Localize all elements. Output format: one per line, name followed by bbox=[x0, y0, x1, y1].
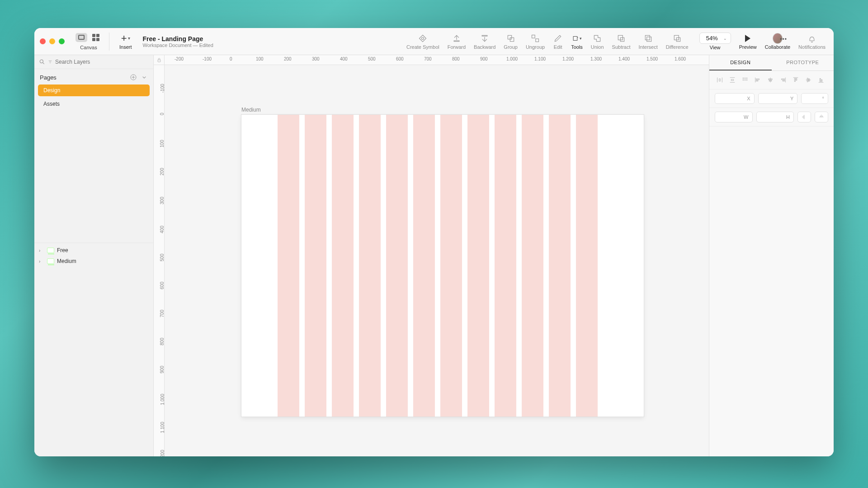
align-center-v-icon[interactable] bbox=[803, 75, 813, 84]
svg-point-20 bbox=[743, 80, 744, 80]
minimize-window-button[interactable] bbox=[49, 38, 55, 44]
canvas-single-view-button[interactable] bbox=[75, 33, 87, 42]
intersect-button[interactable]: Intersect bbox=[636, 33, 660, 50]
search-input[interactable] bbox=[55, 59, 149, 65]
layer-row-free[interactable]: › Free bbox=[34, 245, 153, 256]
page-item-design[interactable]: Design bbox=[38, 84, 150, 96]
ruler-tick: 1.200 bbox=[562, 56, 574, 61]
ruler-tick: 1.000 bbox=[160, 394, 165, 405]
svg-rect-5 bbox=[532, 35, 535, 38]
flip-horizontal-icon[interactable] bbox=[797, 112, 811, 122]
ruler-tick: 400 bbox=[340, 56, 348, 61]
insert-button[interactable]: +▾ Insert bbox=[117, 33, 135, 50]
ruler-tick: 800 bbox=[452, 56, 460, 61]
layer-name: Free bbox=[57, 247, 68, 253]
difference-button[interactable]: Difference bbox=[663, 33, 691, 50]
svg-rect-4 bbox=[510, 38, 514, 41]
ruler-tick: 1.300 bbox=[590, 56, 602, 61]
inspector-tabs: DESIGN PROTOTYPE bbox=[709, 55, 834, 71]
rotation-field[interactable]: ° bbox=[801, 93, 828, 104]
tidy-icon[interactable] bbox=[740, 75, 750, 84]
fullscreen-window-button[interactable] bbox=[59, 38, 65, 44]
artboard-label[interactable]: Medium bbox=[241, 107, 261, 113]
canvas[interactable]: Medium bbox=[165, 65, 709, 456]
svg-rect-28 bbox=[783, 80, 784, 81]
union-button[interactable]: Union bbox=[588, 33, 607, 50]
body: Pages Design Assets › Free › Medium bbox=[34, 55, 834, 456]
chevron-right-icon[interactable]: › bbox=[39, 259, 44, 264]
align-center-h-icon[interactable] bbox=[765, 75, 775, 84]
x-field[interactable]: X bbox=[715, 93, 755, 104]
svg-rect-23 bbox=[756, 79, 760, 80]
left-panel: Pages Design Assets › Free › Medium bbox=[34, 55, 154, 456]
difference-icon bbox=[672, 33, 682, 43]
backward-icon bbox=[480, 33, 490, 43]
intersect-icon bbox=[643, 33, 653, 43]
w-field[interactable]: W bbox=[715, 112, 753, 122]
forward-icon bbox=[452, 33, 462, 43]
page-item-assets[interactable]: Assets bbox=[38, 98, 150, 110]
svg-point-19 bbox=[746, 78, 747, 79]
artboard-medium[interactable] bbox=[241, 115, 644, 417]
ungroup-button[interactable]: Ungroup bbox=[523, 33, 547, 50]
distribute-vertical-icon[interactable] bbox=[727, 75, 737, 84]
bell-icon bbox=[807, 33, 817, 43]
ruler-horizontal: -200 -100 0 100 200 300 400 500 600 700 … bbox=[154, 55, 709, 65]
add-page-icon[interactable] bbox=[130, 74, 137, 81]
distribute-horizontal-icon[interactable] bbox=[715, 75, 725, 84]
ruler-tick: 700 bbox=[160, 310, 165, 318]
tools-button[interactable]: ▾ Tools bbox=[568, 33, 585, 50]
ruler-tick: 200 bbox=[284, 56, 292, 61]
collapse-pages-icon[interactable] bbox=[141, 74, 148, 81]
ruler-tick: 0 bbox=[160, 113, 165, 116]
edit-button[interactable]: Edit bbox=[550, 33, 566, 50]
layer-name: Medium bbox=[57, 258, 76, 264]
alignment-row bbox=[709, 71, 834, 89]
canvas-grid-view-button[interactable] bbox=[90, 33, 102, 42]
flip-vertical-icon[interactable] bbox=[815, 112, 828, 122]
plus-icon: + bbox=[121, 33, 127, 44]
layer-search[interactable] bbox=[34, 55, 153, 69]
layer-row-medium[interactable]: › Medium bbox=[34, 256, 153, 267]
svg-rect-33 bbox=[820, 79, 821, 82]
forward-button[interactable]: Forward bbox=[445, 33, 468, 50]
tab-design[interactable]: DESIGN bbox=[709, 55, 772, 70]
artboard-icon bbox=[47, 258, 54, 264]
ruler-lock-icon[interactable] bbox=[154, 55, 165, 65]
align-top-icon[interactable] bbox=[791, 75, 801, 84]
size-row: W H bbox=[709, 108, 834, 127]
svg-rect-27 bbox=[782, 79, 785, 80]
zoom-dropdown[interactable]: 54% ⌄ bbox=[699, 33, 731, 44]
svg-rect-2 bbox=[482, 35, 487, 36]
align-bottom-icon[interactable] bbox=[816, 75, 826, 84]
collaborate-button[interactable]: ••• Collaborate bbox=[762, 33, 793, 50]
svg-point-18 bbox=[745, 78, 745, 79]
close-window-button[interactable] bbox=[40, 38, 46, 44]
ruler-tick: 300 bbox=[160, 197, 165, 205]
group-button[interactable]: Group bbox=[501, 33, 520, 50]
chevron-right-icon[interactable]: › bbox=[39, 248, 44, 253]
tools-icon: ▾ bbox=[572, 33, 582, 43]
svg-rect-6 bbox=[536, 38, 539, 42]
preview-button[interactable]: Preview bbox=[736, 33, 760, 50]
align-right-icon[interactable] bbox=[778, 75, 788, 84]
svg-rect-1 bbox=[454, 41, 459, 42]
notifications-button[interactable]: Notifications bbox=[796, 33, 828, 50]
align-left-icon[interactable] bbox=[753, 75, 763, 84]
y-field[interactable]: Y bbox=[758, 93, 798, 104]
svg-point-22 bbox=[746, 80, 747, 80]
canvas-area: -200 -100 0 100 200 300 400 500 600 700 … bbox=[154, 55, 709, 456]
backward-button[interactable]: Backward bbox=[471, 33, 498, 50]
view-button[interactable]: 54% ⌄ View bbox=[697, 33, 734, 50]
svg-point-14 bbox=[40, 60, 43, 63]
tab-prototype[interactable]: PROTOTYPE bbox=[772, 55, 834, 70]
ruler-tick: 1.100 bbox=[160, 422, 165, 433]
create-symbol-button[interactable]: Create Symbol bbox=[404, 33, 442, 50]
h-field[interactable]: H bbox=[756, 112, 794, 122]
subtract-button[interactable]: Subtract bbox=[609, 33, 633, 50]
zoom-value: 54% bbox=[706, 35, 718, 42]
ruler-tick: 400 bbox=[160, 226, 165, 234]
chevron-down-icon: ▾ bbox=[128, 36, 130, 41]
position-row: X Y ° bbox=[709, 89, 834, 108]
pages-header: Pages bbox=[34, 69, 153, 84]
